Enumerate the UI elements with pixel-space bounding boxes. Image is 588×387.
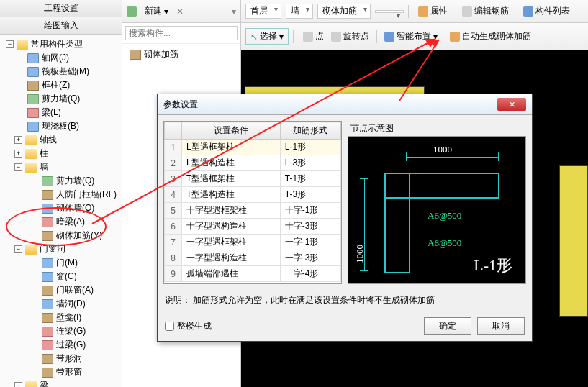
tree-item[interactable]: 暗梁(A) [0, 215, 122, 229]
point-button[interactable]: 点 旋转点 智能布置 ▾ 自动生成砌体加筋 [298, 26, 541, 47]
delete-icon[interactable]: ✕ [176, 6, 184, 17]
expand-icon[interactable]: + [14, 150, 22, 158]
tree-item[interactable]: 连梁(G) [0, 324, 122, 338]
expand-icon[interactable]: + [14, 136, 22, 144]
cell-form[interactable]: L-1形 [280, 140, 340, 155]
cell-form[interactable]: 十字-1形 [280, 203, 340, 219]
tree-section-wall[interactable]: −墙 [0, 160, 122, 174]
cell-form[interactable]: 一字-3形 [280, 250, 340, 266]
folder-icon [25, 163, 37, 173]
component-list-button[interactable]: 构件列表 [518, 3, 575, 19]
cell-condition[interactable]: 十字型遇框架柱 [182, 203, 281, 219]
cell-form[interactable]: T-3形 [280, 187, 340, 203]
tree-root[interactable]: −常用构件类型 [0, 37, 122, 51]
tree-item[interactable]: 框柱(Z) [0, 78, 122, 92]
cell-condition[interactable]: 孤墙端部遇柱 [182, 266, 281, 282]
tree-item[interactable]: 门(M) [0, 256, 122, 270]
table-row[interactable]: 7 一字型遇框架柱 一字-1形 [165, 235, 341, 250]
tree-item[interactable]: 剪力墙(Q) [0, 174, 122, 188]
tree-section-opening[interactable]: −门窗洞 [0, 242, 122, 256]
strip-opening-icon [42, 354, 53, 364]
list-item[interactable]: 砌体加筋 [127, 47, 236, 62]
cell-form[interactable]: 一字-4形 [280, 266, 340, 282]
table-row[interactable]: 8 一字型遇构造柱 一字-3形 [165, 250, 341, 266]
row-number: 6 [165, 219, 182, 235]
tree-item[interactable]: 筏板基础(M) [0, 65, 122, 78]
category-dropdown[interactable]: 墙 [286, 4, 313, 19]
tree-item-masonry-rebar[interactable]: 砌体加筋(Y) [0, 229, 122, 242]
separator [293, 30, 294, 43]
tree-item[interactable]: 剪力墙(Q) [0, 92, 122, 106]
cell-condition[interactable]: 十字型遇构造柱 [182, 219, 281, 235]
panel-tab-draw-input[interactable]: 绘图输入 [0, 17, 122, 35]
tree-item[interactable]: 窗(C) [0, 270, 122, 283]
tree-item[interactable]: 梁(L) [0, 106, 122, 119]
tree-section-beam[interactable]: −梁 [0, 379, 122, 387]
cell-form[interactable]: L-3形 [280, 155, 340, 171]
whole-building-checkbox[interactable]: 整楼生成 [165, 320, 212, 332]
window-icon [42, 272, 53, 282]
blank-dropdown[interactable] [375, 10, 404, 13]
cancel-button[interactable]: 取消 [477, 317, 525, 335]
collapse-icon[interactable]: − [14, 163, 22, 171]
filter-icon[interactable]: ▾ [232, 6, 236, 17]
smart-layout-button[interactable]: 智能布置 ▾ [379, 28, 443, 45]
col-condition[interactable]: 设置条件 [182, 122, 281, 140]
attribute-button[interactable]: 属性 [413, 3, 453, 19]
tree-item[interactable]: 过梁(G) [0, 338, 122, 352]
cell-condition[interactable]: 一字型遇构造柱 [182, 250, 281, 266]
wall-icon [42, 204, 53, 214]
ok-button[interactable]: 确定 [424, 317, 471, 335]
tree-item[interactable]: 墙洞(D) [0, 297, 122, 311]
tree-label: 人防门框墙(RF) [56, 188, 117, 201]
rebar-icon [130, 50, 141, 60]
auto-generate-button[interactable]: 自动生成砌体加筋 [445, 28, 536, 45]
close-button[interactable]: ✕ [497, 98, 526, 111]
search-input[interactable] [125, 26, 238, 40]
tree-item[interactable]: 带形窗 [0, 365, 122, 379]
cell-form[interactable]: T-1形 [280, 171, 340, 187]
tree-label: 常用构件类型 [31, 38, 83, 50]
select-button[interactable]: ↖选择 ▾ [245, 28, 289, 45]
cell-condition[interactable]: T型遇框架柱 [182, 171, 281, 187]
col-form[interactable]: 加筋形式 [280, 122, 340, 140]
tree-label: 门联窗(A) [56, 284, 94, 296]
tree-section[interactable]: +柱 [0, 147, 122, 160]
type-dropdown[interactable]: 砌体加筋 [317, 4, 371, 19]
cell-condition[interactable]: L型遇框架柱 [182, 140, 281, 155]
tree-item[interactable]: 带形洞 [0, 352, 122, 365]
tree-item[interactable]: 人防门框墙(RF) [0, 188, 122, 201]
cell-form[interactable]: 一字-1形 [280, 235, 340, 250]
new-button[interactable]: 新建 ▾ [140, 3, 173, 19]
table-row[interactable]: 9 孤墙端部遇柱 一字-4形 [165, 266, 341, 282]
tree-item[interactable]: 壁龛(I) [0, 311, 122, 324]
table-row[interactable]: 3 T型遇框架柱 T-1形 [165, 171, 341, 187]
cell-condition[interactable]: 一字型遇框架柱 [182, 235, 281, 250]
edit-rebar-button[interactable]: 编辑钢筋 [457, 3, 514, 19]
tree-item[interactable]: 门联窗(A) [0, 283, 122, 297]
table-row[interactable]: 2 L型遇构造柱 L-3形 [165, 155, 341, 171]
checkbox-input[interactable] [165, 322, 174, 331]
strip-window-icon [42, 368, 53, 378]
btn-label: 点 [315, 30, 324, 42]
wall-icon [42, 190, 53, 200]
tree-item[interactable]: 现浇板(B) [0, 119, 122, 133]
collapse-icon[interactable]: − [14, 245, 22, 253]
collapse-icon[interactable]: − [14, 382, 22, 387]
tree-item[interactable]: 轴网(J) [0, 51, 122, 65]
collapse-icon[interactable]: − [6, 40, 14, 48]
cell-condition[interactable]: L型遇构造柱 [182, 155, 281, 171]
tree-section[interactable]: +轴线 [0, 133, 122, 147]
panel-tab-project-settings[interactable]: 工程设置 [0, 0, 122, 17]
floor-dropdown[interactable]: 首层 [245, 4, 281, 19]
table-row[interactable]: 6 十字型遇构造柱 十字-3形 [165, 219, 341, 235]
rotate-button[interactable]: 旋转点 [326, 28, 374, 45]
cell-condition[interactable]: T型遇构造柱 [182, 187, 281, 203]
table-row[interactable]: 1 L型遇框架柱 L-1形 [165, 140, 341, 155]
table-row[interactable]: 4 T型遇构造柱 T-3形 [165, 187, 341, 203]
tree-label: 连梁(G) [56, 325, 86, 337]
table-row[interactable]: 5 十字型遇框架柱 十字-1形 [165, 203, 341, 219]
tree-item[interactable]: 砌体墙(Q) [0, 201, 122, 215]
rebar-label: A6@500 [428, 237, 461, 249]
cell-form[interactable]: 十字-3形 [280, 219, 340, 235]
